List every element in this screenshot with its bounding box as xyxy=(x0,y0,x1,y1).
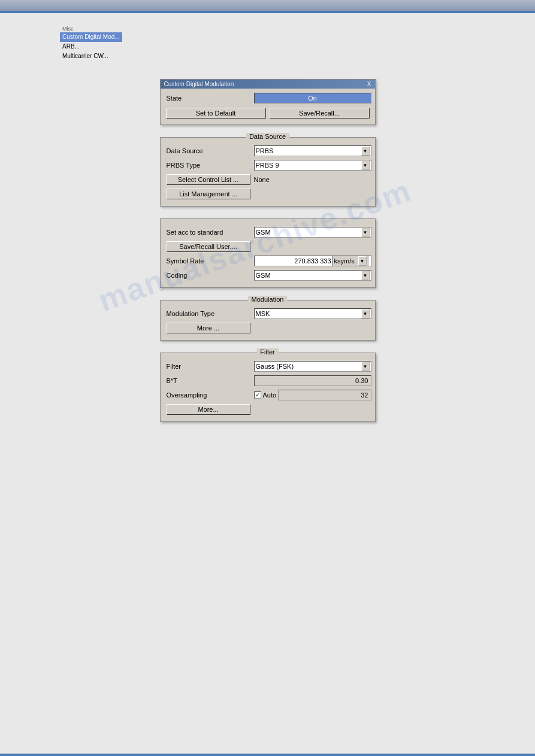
data-source-select-value: PRBS xyxy=(256,147,361,154)
filter-more-button[interactable]: More... xyxy=(167,404,250,415)
symbol-rate-row: Symbol Rate 270.833 333 ksym/s ▼ xyxy=(164,255,371,267)
modulation-type-value: MSK xyxy=(256,310,361,317)
prbs-type-value: PRBS 9 xyxy=(256,162,361,169)
symbol-rate-label: Symbol Rate xyxy=(164,257,254,265)
symbol-rate-unit-arrow[interactable]: ▼ xyxy=(358,256,367,266)
menu-item-custom[interactable]: Custom Digital Mod... xyxy=(60,32,122,42)
data-source-body: Data Source PRBS ▼ PRBS Type PRBS 9 ▼ xyxy=(161,138,375,206)
menu-section: Misc Custom Digital Mod... ARB... Multic… xyxy=(60,25,511,61)
list-management-button[interactable]: List Management ... xyxy=(167,189,250,199)
oversampling-checkbox-group: ✓ Auto xyxy=(254,391,277,399)
coding-arrow[interactable]: ▼ xyxy=(361,271,370,280)
set-acc-select[interactable]: GSM ▼ xyxy=(254,227,371,238)
data-source-title: Data Source xyxy=(246,133,289,140)
modulation-type-arrow[interactable]: ▼ xyxy=(361,309,370,318)
filter-value: Gauss (FSK) xyxy=(256,363,361,370)
modulation-type-row: Modulation Type MSK ▼ xyxy=(164,308,371,320)
filter-more-row: More... xyxy=(164,403,371,415)
top-bar xyxy=(0,0,535,11)
prbs-type-label: PRBS Type xyxy=(164,162,254,169)
filter-label: Filter xyxy=(164,363,254,370)
filter-select[interactable]: Gauss (FSK) ▼ xyxy=(254,361,371,372)
oversampling-value: 32 xyxy=(282,391,368,399)
dialog-buttons-row: Set to Default Save/Recall... xyxy=(164,107,371,120)
symbol-rate-value: 270.833 333 xyxy=(257,257,331,265)
modulation-body: Modulation Type MSK ▼ More ... xyxy=(161,300,375,340)
bt-row: B*T 0.30 xyxy=(164,375,371,387)
dialog-title: Custom Digital Modulation X xyxy=(161,80,375,89)
modulation-type-select[interactable]: MSK ▼ xyxy=(254,308,371,319)
prbs-type-arrow[interactable]: ▼ xyxy=(361,160,370,170)
coding-select[interactable]: GSM ▼ xyxy=(254,270,371,281)
page-wrapper: Misc Custom Digital Mod... ARB... Multic… xyxy=(0,0,535,756)
oversampling-row: Oversampling ✓ Auto 32 xyxy=(164,389,371,401)
list-management-row: List Management ... xyxy=(164,188,371,200)
select-control-list-button[interactable]: Select Control List ... xyxy=(167,174,250,185)
symbol-rate-field[interactable]: 270.833 333 ksym/s ▼ xyxy=(254,256,371,266)
state-label: State xyxy=(164,95,254,102)
oversampling-label: Oversampling xyxy=(164,391,254,399)
none-label: None xyxy=(250,176,270,183)
content-area: Misc Custom Digital Mod... ARB... Multic… xyxy=(0,13,535,446)
set-default-button[interactable]: Set to Default xyxy=(166,108,266,119)
blue-line-bottom xyxy=(0,754,535,756)
set-acc-label: Set acc to standard xyxy=(164,229,254,236)
menu-item-arb[interactable]: ARB... xyxy=(60,42,511,51)
symbol-rate-unit: ksym/s xyxy=(334,257,358,265)
set-acc-arrow[interactable]: ▼ xyxy=(361,227,370,237)
select-control-list-row: Select Control List ... None xyxy=(164,174,371,186)
set-acc-row: Set acc to standard GSM ▼ xyxy=(164,226,371,238)
save-recall-user-row: Save/Recall User.... xyxy=(164,241,371,253)
oversampling-value-field[interactable]: 32 xyxy=(279,390,371,400)
data-source-row: Data Source PRBS ▼ xyxy=(164,145,371,157)
oversampling-checkbox[interactable]: ✓ xyxy=(254,391,261,399)
bt-value: 0.30 xyxy=(257,377,368,384)
coding-row: Coding GSM ▼ xyxy=(164,269,371,281)
modulation-more-button[interactable]: More ... xyxy=(167,323,250,333)
filter-box: Filter Filter Gauss (FSK) ▼ B*T 0.30 xyxy=(160,353,376,422)
filter-body: Filter Gauss (FSK) ▼ B*T 0.30 Oversampli… xyxy=(161,353,375,421)
standard-box: Set acc to standard GSM ▼ Save/Recall Us… xyxy=(160,218,376,288)
standard-body: Set acc to standard GSM ▼ Save/Recall Us… xyxy=(161,219,375,287)
save-recall-user-button[interactable]: Save/Recall User.... xyxy=(167,241,250,252)
data-source-arrow[interactable]: ▼ xyxy=(361,146,370,156)
modulation-title: Modulation xyxy=(248,296,288,303)
menu-header: Misc xyxy=(60,25,511,32)
oversampling-auto-label: Auto xyxy=(263,391,277,399)
prbs-type-select[interactable]: PRBS 9 ▼ xyxy=(254,160,371,171)
state-value[interactable]: On xyxy=(254,93,371,104)
save-recall-button[interactable]: Save/Recall... xyxy=(270,108,370,119)
dialog-close-button[interactable]: X xyxy=(367,81,371,87)
data-source-label: Data Source xyxy=(164,147,254,154)
menu-item-multicarrier[interactable]: Multicarrier CW... xyxy=(60,51,511,61)
filter-arrow[interactable]: ▼ xyxy=(361,362,370,371)
dialog-title-text: Custom Digital Modulation xyxy=(164,81,234,87)
set-acc-value: GSM xyxy=(256,229,361,236)
prbs-type-row: PRBS Type PRBS 9 ▼ xyxy=(164,159,371,171)
coding-label: Coding xyxy=(164,272,254,279)
bt-field[interactable]: 0.30 xyxy=(254,375,371,386)
filter-title: Filter xyxy=(256,348,278,356)
coding-value: GSM xyxy=(256,272,361,279)
bt-label: B*T xyxy=(164,377,254,384)
dialog-body: State On Set to Default Save/Recall... xyxy=(161,89,375,125)
data-source-select[interactable]: PRBS ▼ xyxy=(254,145,371,156)
modulation-more-row: More ... xyxy=(164,322,371,334)
dialog-custom-digital-mod: Custom Digital Modulation X State On Set… xyxy=(160,79,376,125)
filter-row: Filter Gauss (FSK) ▼ xyxy=(164,360,371,372)
symbol-rate-unit-select[interactable]: ksym/s ▼ xyxy=(333,256,368,266)
data-source-box: Data Source Data Source PRBS ▼ PRBS Type… xyxy=(160,137,376,207)
state-row: State On xyxy=(164,92,371,104)
modulation-box: Modulation Modulation Type MSK ▼ More ..… xyxy=(160,300,376,341)
modulation-type-label: Modulation Type xyxy=(164,310,254,317)
